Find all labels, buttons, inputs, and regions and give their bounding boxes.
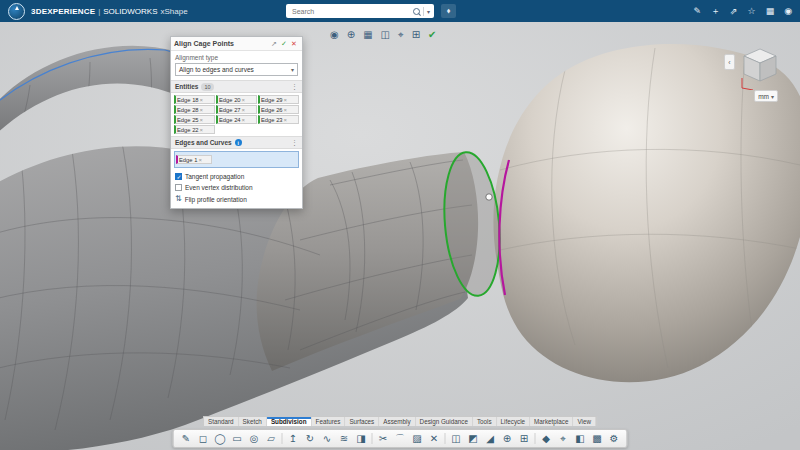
remove-chip-icon[interactable] (283, 117, 288, 123)
kebab-menu-icon[interactable] (291, 139, 298, 147)
share-icon[interactable]: ⇗ (730, 7, 738, 16)
section-view-icon[interactable]: ◫ (381, 30, 390, 40)
remove-chip-icon[interactable] (241, 117, 246, 123)
weld-points-tool[interactable]: ⊕ (501, 432, 514, 445)
even-vertex-row[interactable]: Even vertex distribution (171, 182, 302, 193)
mirror-tool[interactable]: ◩ (467, 432, 480, 445)
remove-chip-icon[interactable] (283, 97, 288, 103)
entity-chip[interactable]: Edge 29 (258, 95, 299, 104)
settings-tool[interactable]: ⚙ (608, 432, 621, 445)
alignment-type-value: Align to edges and curves (179, 66, 254, 73)
remove-chip-icon[interactable] (241, 97, 246, 103)
edit-icon[interactable]: ✎ (693, 7, 701, 16)
ribbon-tab[interactable]: Surfaces (345, 417, 379, 426)
snap-icon[interactable]: ⊞ (412, 30, 420, 40)
remove-chip-icon[interactable] (199, 107, 204, 113)
remove-chip-icon[interactable] (283, 107, 288, 113)
favorites-icon[interactable]: ☆ (748, 7, 756, 16)
box-primitive-tool[interactable]: ◻ (197, 432, 210, 445)
ribbon-tab[interactable]: Standard (204, 417, 239, 426)
split-face-tool[interactable]: ✂ (377, 432, 390, 445)
entity-chip[interactable]: Edge 25 (174, 115, 215, 124)
3d-viewport[interactable] (0, 0, 800, 450)
search-icon[interactable] (413, 8, 420, 15)
brand-divider: | (98, 7, 100, 16)
plane-primitive-tool[interactable]: ▱ (265, 432, 278, 445)
entity-chip[interactable]: Edge 27 (216, 105, 257, 114)
fill-face-tool[interactable]: ▨ (411, 432, 424, 445)
crease-edge-tool[interactable]: ◢ (484, 432, 497, 445)
remove-chip-icon[interactable] (199, 97, 204, 103)
edge-target-chip[interactable]: Edge 1 (176, 155, 212, 164)
symmetry-tool[interactable]: ◫ (450, 432, 463, 445)
entity-chip[interactable]: Edge 28 (174, 105, 215, 114)
remove-chip-icon[interactable] (241, 107, 246, 113)
render-style-icon[interactable]: ⊕ (347, 30, 355, 40)
vertex-handle[interactable] (486, 194, 492, 200)
view-target-icon[interactable]: ⌖ (398, 30, 404, 40)
update-icon[interactable]: ✔ (428, 30, 436, 40)
add-icon[interactable]: ＋ (711, 7, 720, 16)
display-grid-tool[interactable]: ▩ (591, 432, 604, 445)
ribbon-tab[interactable]: Assembly (379, 417, 415, 426)
ribbon-tab[interactable]: Tools (473, 417, 497, 426)
remove-chip-icon[interactable] (197, 157, 202, 163)
ribbon-tab[interactable]: Features (312, 417, 346, 426)
flip-orientation-icon[interactable]: ⇅ (175, 195, 182, 203)
entity-chip[interactable]: Edge 20 (216, 95, 257, 104)
sphere-primitive-tool[interactable]: ◯ (214, 432, 227, 445)
tangent-propagation-row[interactable]: Tangent propagation (171, 171, 302, 182)
delete-face-tool[interactable]: ✕ (428, 432, 441, 445)
align-points-tool[interactable]: ◆ (540, 432, 553, 445)
loft-tool[interactable]: ≋ (338, 432, 351, 445)
flip-profile-row[interactable]: ⇅ Flip profile orientation (171, 193, 302, 208)
thicken-tool[interactable]: ◨ (355, 432, 368, 445)
popout-icon[interactable]: ↗ (269, 37, 279, 50)
entity-chip[interactable]: Edge 22 (174, 125, 215, 134)
cancel-button[interactable]: ✕ (289, 37, 299, 50)
visibility-icon[interactable]: ◉ (330, 30, 339, 40)
section-tool[interactable]: ◧ (574, 432, 587, 445)
apps-icon[interactable]: ▦ (766, 7, 775, 16)
entity-chip[interactable]: Edge 18 (174, 95, 215, 104)
subdivide-tool[interactable]: ⊞ (518, 432, 531, 445)
sweep-tool[interactable]: ∿ (321, 432, 334, 445)
ribbon-tab[interactable]: Design Guidance (416, 417, 473, 426)
entity-chip[interactable]: Edge 26 (258, 105, 299, 114)
ribbon-tab[interactable]: Marketplace (530, 417, 573, 426)
display-grid-icon[interactable]: ▦ (363, 30, 372, 40)
3dexperience-compass-icon[interactable] (8, 3, 25, 20)
cube-collapse-chevron[interactable]: ‹ (724, 54, 735, 70)
cylinder-primitive-tool[interactable]: ▭ (231, 432, 244, 445)
ribbon-tab[interactable]: Sketch (239, 417, 267, 426)
search-input[interactable] (290, 7, 410, 16)
tag-button[interactable]: ⬧ (441, 4, 456, 18)
remove-chip-icon[interactable] (199, 127, 204, 133)
even-vertex-checkbox[interactable] (175, 184, 182, 191)
confirm-button[interactable]: ✓ (279, 37, 289, 50)
remove-chip-icon[interactable] (199, 117, 204, 123)
revolve-tool[interactable]: ↻ (304, 432, 317, 445)
measure-tool[interactable]: ⌖ (557, 432, 570, 445)
alignment-type-dropdown[interactable]: Align to edges and curves (175, 63, 298, 76)
dialog-header[interactable]: Align Cage Points ↗✓✕ (171, 37, 302, 51)
units-dropdown[interactable]: mm (754, 90, 778, 102)
torus-primitive-tool[interactable]: ◎ (248, 432, 261, 445)
top-bar: 3DEXPERIENCE | SOLIDWORKS xShape ▾ ⬧ ✎＋⇗… (0, 0, 800, 22)
edges-curves-selection-field[interactable]: Edge 1 (174, 151, 299, 168)
info-icon[interactable]: i (235, 139, 242, 146)
user-icon[interactable]: ◉ (784, 7, 792, 16)
entity-chip[interactable]: Edge 24 (216, 115, 257, 124)
ribbon-tab[interactable]: Lifecycle (497, 417, 531, 426)
bridge-tool[interactable]: ⌒ (394, 432, 407, 445)
tangent-propagation-checkbox[interactable] (175, 173, 182, 180)
extrude-tool[interactable]: ↥ (287, 432, 300, 445)
sketch-tool[interactable]: ✎ (180, 432, 193, 445)
search-scope-chevron-icon[interactable]: ▾ (427, 8, 430, 15)
search-bar[interactable]: ▾ (286, 4, 434, 18)
kebab-menu-icon[interactable] (291, 83, 298, 91)
view-cube[interactable] (738, 42, 782, 90)
ribbon-tab[interactable]: View (573, 417, 596, 426)
ribbon-tab[interactable]: Subdivision (267, 417, 312, 426)
entity-chip[interactable]: Edge 23 (258, 115, 299, 124)
